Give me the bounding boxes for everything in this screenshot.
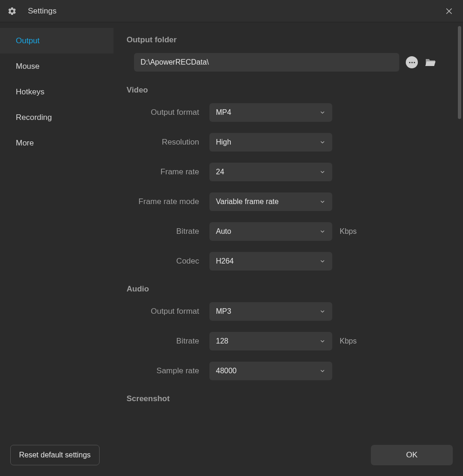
select-value: 128 [216,337,228,345]
open-folder-button[interactable] [424,57,436,67]
sidebar-item-hotkeys[interactable]: Hotkeys [0,79,114,105]
chevron-down-icon [319,338,326,344]
select-value: MP3 [216,307,231,316]
sidebar-item-label: More [16,139,34,148]
output-folder-input[interactable] [134,53,399,72]
unit-kbps: Kbps [340,227,356,236]
label-codec: Codec [127,257,209,266]
settings-content: Output folder Video [114,22,463,434]
select-video-bitrate[interactable]: Auto [209,222,332,241]
label-audio-bitrate: Bitrate [127,337,209,346]
folder-icon [425,58,436,67]
section-output-folder: Output folder [127,35,446,45]
sidebar-item-output[interactable]: Output [0,28,114,53]
select-value: Variable frame rate [216,198,279,206]
label-frame-rate: Frame rate [127,167,209,177]
ok-button[interactable]: OK [371,445,453,465]
sidebar-item-mouse[interactable]: Mouse [0,53,114,79]
chevron-down-icon [319,169,326,175]
label-sample-rate: Sample rate [127,366,209,376]
chevron-down-icon [319,228,326,235]
footer: Reset default settings OK [0,434,463,476]
select-audio-bitrate[interactable]: 128 [209,332,332,350]
browse-button[interactable] [406,56,418,68]
select-codec[interactable]: H264 [209,252,332,271]
select-resolution[interactable]: High [209,133,332,152]
sidebar-item-more[interactable]: More [0,130,114,156]
section-audio: Audio [127,284,446,294]
close-icon[interactable] [443,6,455,17]
select-audio-output-format[interactable]: MP3 [209,302,332,321]
select-value: MP4 [216,108,231,117]
select-frame-rate[interactable]: 24 [209,163,332,181]
reset-defaults-button[interactable]: Reset default settings [10,445,100,465]
label-resolution: Resolution [127,138,209,147]
scrollbar-thumb[interactable] [458,26,461,119]
gear-icon [7,7,17,16]
label-video-bitrate: Bitrate [127,227,209,236]
titlebar: Settings [0,0,463,22]
label-frame-rate-mode: Frame rate mode [127,197,209,206]
select-video-output-format[interactable]: MP4 [209,103,332,122]
window-title: Settings [28,7,56,16]
sidebar-item-label: Recording [16,113,52,122]
select-frame-rate-mode[interactable]: Variable frame rate [209,192,332,211]
unit-kbps: Kbps [340,337,356,345]
chevron-down-icon [319,139,326,145]
select-value: Auto [216,227,231,236]
label-video-output-format: Output format [127,108,209,117]
select-value: 24 [216,168,224,176]
select-sample-rate[interactable]: 48000 [209,362,332,380]
ellipsis-icon [409,62,415,63]
chevron-down-icon [319,109,326,116]
sidebar-item-recording[interactable]: Recording [0,105,114,130]
section-video: Video [127,86,446,95]
select-value: 48000 [216,367,237,375]
sidebar: Output Mouse Hotkeys Recording More [0,22,114,434]
chevron-down-icon [319,368,326,374]
chevron-down-icon [319,198,326,205]
sidebar-item-label: Output [16,36,40,46]
chevron-down-icon [319,258,326,264]
sidebar-item-label: Mouse [16,62,40,71]
select-value: H264 [216,257,234,265]
sidebar-item-label: Hotkeys [16,87,44,97]
chevron-down-icon [319,308,326,315]
label-audio-output-format: Output format [127,307,209,316]
select-value: High [216,138,231,146]
section-screenshot: Screenshot [127,394,446,403]
